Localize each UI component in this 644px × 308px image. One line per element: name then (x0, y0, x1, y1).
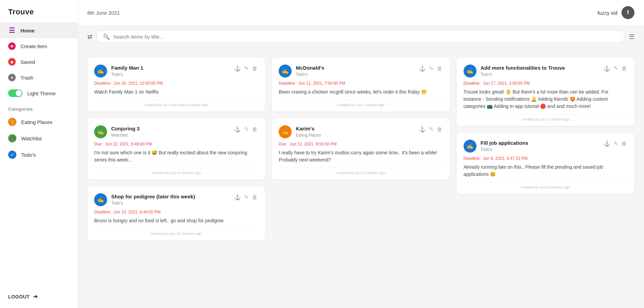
edit-icon[interactable]: ✎ (613, 65, 619, 72)
sidebar-item-home-label: Home (20, 28, 35, 33)
card-actions: ⚓ ✎ 🗑 (603, 140, 628, 148)
card-title: Conjuring 3 (111, 125, 229, 132)
search-icon: 🔍 (103, 33, 110, 40)
card-deadline: Deadline : Jun 17, 2021, 3:00:00 PM (464, 81, 628, 86)
card-category: Todo's (111, 201, 229, 206)
card-title: Family Man 1 (111, 65, 229, 71)
delete-icon[interactable]: 🗑 (436, 126, 443, 133)
card-actions: ⚓ ✎ 🗑 (418, 125, 443, 133)
delete-icon[interactable]: 🗑 (251, 126, 258, 133)
sidebar-item-create[interactable]: + Create Item (0, 38, 78, 54)
cards-area: ✍ Family Man 1 Todo's ⚓ ✎ 🗑 Deadline : J… (78, 48, 644, 308)
edit-icon[interactable]: ✎ (244, 193, 249, 201)
card-job-applications: ✍ Fill job applications Todo's ⚓ ✎ 🗑 Dea… (457, 133, 634, 194)
home-icon: ☰ (8, 27, 16, 34)
delete-icon[interactable]: 🗑 (436, 65, 443, 72)
bookmark-icon[interactable]: ⚓ (233, 125, 241, 133)
topbar: 8th June 2021 fuzzy sid f (78, 0, 644, 26)
saved-icon: ■ (8, 58, 16, 66)
bookmark-icon[interactable]: ⚓ (603, 65, 611, 72)
card-footer: created by you less than a minute ago (94, 100, 258, 107)
delete-icon[interactable]: 🗑 (251, 65, 258, 72)
card-body: Bruno is hungry and no food is left.. go… (94, 217, 258, 224)
bookmark-icon[interactable]: ⚓ (418, 65, 426, 72)
main-content: 8th June 2021 fuzzy sid f ⇄ 🔍 ☰ ✍ (78, 0, 644, 308)
delete-icon[interactable]: 🗑 (251, 194, 258, 201)
user-info: fuzzy sid f (598, 6, 634, 19)
logout-label: LOGOUT (8, 294, 30, 299)
card-footer: created by you 5 minutes ago (279, 168, 443, 175)
sidebar-item-watchlist-label: Watchlist (21, 136, 42, 141)
card-title: Karim's (296, 125, 414, 132)
app-title: Trouve (0, 0, 78, 23)
card-category: Watchlist (111, 133, 229, 138)
edit-icon[interactable]: ✎ (244, 65, 249, 72)
card-body: I really have to try Karim's mutton curr… (279, 149, 443, 164)
card-footer: created by you 1 minute ago (464, 114, 628, 121)
sidebar-item-home[interactable]: ☰ Home (0, 23, 78, 38)
card-body: Already running late on this.. Please fi… (464, 164, 628, 178)
edit-icon[interactable]: ✎ (613, 140, 619, 148)
watchlist-icon: 🎮 (8, 134, 16, 142)
categories-nav: 🍔 Eating Places 🎮 Watchlist ✓ Todo's (0, 114, 78, 163)
create-icon: + (8, 42, 16, 50)
sidebar-item-saved[interactable]: ■ Saved (0, 54, 78, 70)
delete-icon[interactable]: 🗑 (621, 65, 628, 72)
card-title: McDonald's (296, 65, 414, 71)
sort-icon[interactable]: ⇄ (87, 33, 92, 41)
delete-icon[interactable]: 🗑 (621, 140, 628, 148)
categories-label: Categories (0, 101, 78, 114)
card-footer: created by you 6 minutes ago (464, 182, 628, 189)
cards-grid: ✍ Family Man 1 Todo's ⚓ ✎ 🗑 Deadline : J… (87, 58, 634, 240)
sidebar-item-eating-label: Eating Places (21, 119, 53, 125)
logout-button[interactable]: LOGOUT ➜ (0, 287, 78, 308)
card-body: Watch Family Man 1 on Netflix (94, 88, 258, 96)
theme-toggle-row[interactable]: Light Theme (0, 85, 78, 101)
card-title: Shop for pedigree (later this week) (111, 193, 229, 200)
logout-icon: ➜ (33, 293, 38, 300)
card-avatar: ✍ (94, 65, 107, 78)
edit-icon[interactable]: ✎ (428, 125, 434, 133)
card-category: Eating Places (296, 133, 414, 138)
card-avatar: ✍ (94, 193, 107, 206)
card-category: Todo's (481, 72, 599, 77)
card-functionalities: ✍ Add more functionalities to Trouve Tod… (457, 58, 634, 126)
username-display: fuzzy sid (598, 10, 617, 16)
sidebar-item-watchlist[interactable]: 🎮 Watchlist (0, 130, 78, 146)
card-conjuring: ✍ Conjuring 3 Watchlist ⚓ ✎ 🗑 Due : Jun … (87, 118, 265, 180)
card-col-1: ✍ McDonald's Todo's ⚓ ✎ 🗑 Deadline : Jun… (272, 58, 450, 180)
sidebar-item-trash[interactable]: ● Trash (0, 70, 78, 85)
search-input[interactable] (113, 34, 618, 40)
sidebar: Trouve ☰ Home + Create Item ■ Saved ● Tr… (0, 0, 78, 308)
card-actions: ⚓ ✎ 🗑 (233, 193, 258, 201)
card-avatar: ✍ (94, 125, 107, 138)
card-avatar: ✍ (279, 125, 292, 138)
sidebar-item-eating[interactable]: 🍔 Eating Places (0, 114, 78, 130)
theme-toggle[interactable] (8, 89, 23, 97)
eating-places-icon: 🍔 (8, 118, 16, 126)
bookmark-icon[interactable]: ⚓ (233, 193, 241, 201)
search-input-wrap: 🔍 (97, 30, 625, 43)
sidebar-nav: ☰ Home + Create Item ■ Saved ● Trash Lig… (0, 23, 78, 101)
edit-icon[interactable]: ✎ (428, 65, 434, 72)
card-footer: created by you 1 minute ago (279, 100, 443, 107)
edit-icon[interactable]: ✎ (244, 125, 249, 133)
card-category: Todo's (111, 72, 229, 77)
card-category: Todo's (481, 147, 599, 152)
bookmark-icon[interactable]: ⚓ (233, 65, 241, 72)
card-body: Been craving a chicken mcgrill since wee… (279, 88, 443, 96)
card-actions: ⚓ ✎ 🗑 (418, 65, 443, 72)
bookmark-icon[interactable]: ⚓ (418, 125, 426, 133)
bookmark-icon[interactable]: ⚓ (603, 140, 611, 148)
todos-icon: ✓ (8, 151, 16, 159)
trash-icon: ● (8, 74, 16, 81)
card-deadline: Deadline : Jun 30, 2021, 12:00:00 PM (94, 81, 258, 86)
card-deadline: Deadline : Jun 8, 2021, 6:47:31 PM (464, 156, 628, 161)
sidebar-item-todos[interactable]: ✓ Todo's (0, 146, 78, 163)
avatar-initial: f (627, 10, 629, 16)
card-category: Todo's (296, 72, 414, 77)
card-deadline: Deadline : Jun 10, 2021, 6:44:00 PM (94, 210, 258, 214)
card-mcdonalds: ✍ McDonald's Todo's ⚓ ✎ 🗑 Deadline : Jun… (272, 58, 450, 112)
card-title: Fill job applications (481, 140, 599, 146)
filter-icon[interactable]: ☰ (629, 33, 634, 41)
